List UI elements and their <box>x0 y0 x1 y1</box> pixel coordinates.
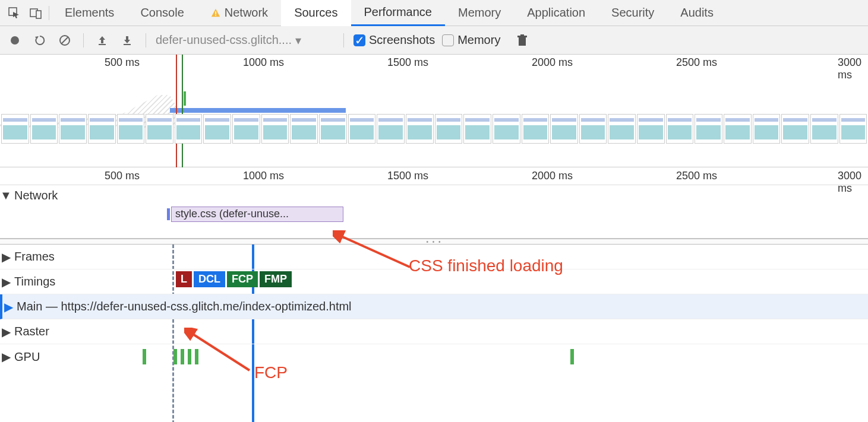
ruler-tick: 1500 ms <box>387 170 433 182</box>
tab-performance[interactable]: Performance <box>351 0 446 26</box>
checkbox-icon: ✓ <box>353 34 365 46</box>
screenshot-frame[interactable] <box>232 114 260 144</box>
svg-rect-11 <box>517 36 527 37</box>
screenshot-frame[interactable] <box>637 114 665 144</box>
reload-button[interactable] <box>31 31 49 49</box>
screenshot-frame[interactable] <box>203 114 231 144</box>
network-request-bar[interactable]: style.css (defer-unuse... <box>171 207 343 222</box>
tab-network[interactable]: Network <box>197 0 281 26</box>
checkbox-icon <box>442 34 454 46</box>
performance-toolbar: defer-unused-css.glitch.... ▾ ✓ Screensh… <box>0 26 868 55</box>
screenshot-frame[interactable] <box>117 114 145 144</box>
network-track[interactable]: ▼ Network style.css (defer-unuse... <box>0 185 868 239</box>
overview-pane[interactable]: 500 ms 1000 ms 1500 ms 2000 ms 2500 ms 3… <box>0 55 868 167</box>
ruler-tick: 2500 ms <box>676 56 722 69</box>
tab-memory[interactable]: Memory <box>445 0 514 26</box>
track-label: Raster <box>12 325 49 338</box>
frames-track[interactable]: ▶ Frames <box>0 245 868 269</box>
main-track[interactable]: ▶ Main — https://defer-unused-css.glitch… <box>0 294 868 319</box>
resize-handle[interactable]: • • • <box>0 239 868 245</box>
disclosure-triangle-icon[interactable]: ▶ <box>2 300 14 314</box>
screenshot-frame[interactable] <box>377 114 405 144</box>
separator <box>343 33 344 47</box>
screenshot-frame[interactable] <box>146 114 173 144</box>
lower-tracks: ▶ Frames ▶ Timings L DCL FCP FMP ▶ Main … <box>0 245 868 369</box>
dropdown-label: defer-unused-css.glitch.... <box>156 33 292 47</box>
tab-audits[interactable]: Audits <box>667 0 727 26</box>
screenshot-frame[interactable] <box>695 114 722 144</box>
ruler-tick: 500 ms <box>105 56 144 69</box>
track-label: GPU <box>12 350 40 364</box>
inspect-icon[interactable] <box>4 1 25 26</box>
flame-chart-area[interactable]: 500 ms 1000 ms 1500 ms 2000 ms 2500 ms 3… <box>0 167 868 369</box>
clear-button[interactable] <box>56 31 74 49</box>
tab-label: Security <box>611 6 654 20</box>
screenshot-frame[interactable] <box>608 114 636 144</box>
download-icon[interactable] <box>118 31 136 49</box>
disclosure-triangle-icon[interactable]: ▶ <box>0 325 12 339</box>
screenshot-frame[interactable] <box>261 114 289 144</box>
separator <box>146 33 146 47</box>
fps-bar <box>184 91 186 106</box>
svg-point-5 <box>11 36 19 45</box>
device-toggle-icon[interactable] <box>25 1 46 26</box>
tab-console[interactable]: Console <box>127 0 197 26</box>
raster-track[interactable]: ▶ Raster <box>0 319 868 344</box>
badge-fcp[interactable]: FCP <box>227 271 258 287</box>
screenshot-frame[interactable] <box>753 114 781 144</box>
ruler-tick: 1500 ms <box>387 56 433 69</box>
screenshot-frame[interactable] <box>319 114 347 144</box>
record-button[interactable] <box>6 31 24 49</box>
screenshot-frame[interactable] <box>1 114 29 144</box>
tab-label: Console <box>140 6 184 20</box>
screenshot-frame[interactable] <box>88 114 116 144</box>
devtools-tabs: Elements Console Network Sources Perform… <box>0 0 868 26</box>
ruler-tick: 1000 ms <box>243 170 289 182</box>
tab-elements[interactable]: Elements <box>52 0 127 26</box>
tab-security[interactable]: Security <box>598 0 667 26</box>
screenshot-frame[interactable] <box>810 114 838 144</box>
disclosure-triangle-icon[interactable]: ▶ <box>0 350 12 364</box>
screenshot-frame[interactable] <box>550 114 578 144</box>
screenshot-frame[interactable] <box>290 114 318 144</box>
track-label: Network <box>12 189 58 202</box>
gpu-activity <box>143 349 198 364</box>
screenshots-checkbox[interactable]: ✓ Screenshots <box>353 33 435 47</box>
screenshot-frame[interactable] <box>579 114 607 144</box>
screenshot-filmstrip[interactable] <box>0 113 868 145</box>
screenshot-frame[interactable] <box>493 114 520 144</box>
track-label: Main — https://defer-unused-css.glitch.m… <box>14 300 352 313</box>
screenshot-frame[interactable] <box>59 114 87 144</box>
disclosure-triangle-icon[interactable]: ▶ <box>0 275 12 289</box>
checkbox-label: Memory <box>457 33 500 47</box>
upload-icon[interactable] <box>93 31 111 49</box>
disclosure-triangle-icon[interactable]: ▼ <box>0 189 12 202</box>
screenshot-frame[interactable] <box>435 114 463 144</box>
tab-application[interactable]: Application <box>514 0 598 26</box>
svg-rect-2 <box>36 11 41 18</box>
screenshot-frame[interactable] <box>175 114 203 144</box>
badge-fmp[interactable]: FMP <box>260 271 292 287</box>
disclosure-triangle-icon[interactable]: ▶ <box>0 250 12 264</box>
badge-dcl[interactable]: DCL <box>194 271 225 287</box>
timings-track[interactable]: ▶ Timings L DCL FCP FMP <box>0 269 868 294</box>
tab-label: Audits <box>680 6 714 20</box>
screenshot-frame[interactable] <box>724 114 752 144</box>
screenshot-frame[interactable] <box>406 114 434 144</box>
ruler-tick: 2500 ms <box>676 170 722 182</box>
badge-load[interactable]: L <box>176 271 192 287</box>
screenshot-frame[interactable] <box>839 114 867 144</box>
memory-checkbox[interactable]: Memory <box>442 33 500 47</box>
screenshot-frame[interactable] <box>463 114 491 144</box>
tab-sources[interactable]: Sources <box>281 0 351 26</box>
screenshot-frame[interactable] <box>781 114 809 144</box>
recording-selector[interactable]: defer-unused-css.glitch.... ▾ <box>156 33 334 47</box>
screenshot-frame[interactable] <box>666 114 694 144</box>
delete-icon[interactable] <box>513 31 531 49</box>
tab-label: Application <box>527 6 585 20</box>
screenshot-frame[interactable] <box>522 114 550 144</box>
gpu-track[interactable]: ▶ GPU <box>0 344 868 369</box>
screenshot-frame[interactable] <box>348 114 376 144</box>
svg-line-7 <box>61 37 68 44</box>
screenshot-frame[interactable] <box>30 114 58 144</box>
